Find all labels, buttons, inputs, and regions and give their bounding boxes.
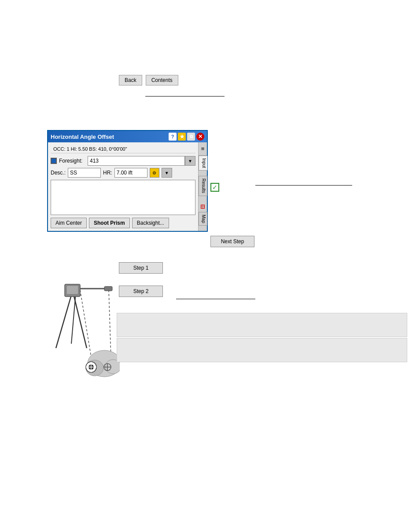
top-navigation: Back Contents (119, 75, 178, 85)
tab-map[interactable]: Map (199, 212, 207, 226)
side-top-icon[interactable]: ≡ (199, 142, 207, 156)
foresight-row: Foresight: ▼ (51, 156, 195, 166)
help-icon[interactable]: ? (169, 133, 177, 141)
next-step-button[interactable]: Next Step (210, 236, 254, 247)
foresight-input[interactable] (88, 156, 185, 166)
side-underline (255, 185, 352, 186)
horizontal-angle-offset-dialog: Horizontal Angle Offset ? ★ ⧉ ✕ OCC: 1 H… (47, 130, 208, 232)
dialog-title-left: Horizontal Angle Offset (51, 134, 114, 140)
dialog-notes-area[interactable] (51, 180, 195, 215)
aim-center-button[interactable]: Aim Center (51, 218, 87, 228)
svg-line-4 (74, 294, 87, 348)
hr-settings-icon[interactable]: ⚙ (150, 168, 159, 178)
dialog-main-content: OCC: 1 HI: 5.50 BS: 410, 0°00'00" Foresi… (48, 142, 198, 231)
hr-dropdown[interactable]: ▼ (162, 168, 172, 178)
svg-line-3 (56, 295, 71, 348)
survey-instrument-svg (47, 260, 120, 388)
dialog-titlebar: Horizontal Angle Offset ? ★ ⧉ ✕ (48, 131, 207, 142)
tab-input[interactable]: Input (199, 156, 207, 171)
copy-icon[interactable]: ⧉ (187, 133, 195, 141)
content-rows-container (117, 313, 407, 363)
contents-button[interactable]: Contents (146, 75, 178, 85)
shoot-prism-button[interactable]: Shoot Prism (89, 218, 130, 228)
map-icon[interactable] (199, 201, 207, 212)
dialog-title-icons: ? ★ ⧉ ✕ (169, 133, 204, 141)
desc-input[interactable] (68, 168, 101, 178)
svg-line-10 (109, 290, 111, 357)
content-row-2 (117, 338, 407, 362)
close-icon[interactable]: ✕ (196, 133, 204, 141)
instrument-illustration (47, 260, 120, 388)
tab-spacer2 (199, 197, 207, 201)
back-button[interactable]: Back (119, 75, 142, 85)
hr-label: HR: (103, 170, 112, 176)
side-check-icon[interactable]: ✓ (210, 183, 219, 192)
dialog-content-area: OCC: 1 HI: 5.50 BS: 410, 0°00'00" Foresi… (48, 142, 207, 231)
foresight-dropdown[interactable]: ▼ (185, 156, 195, 166)
bottom-underline (176, 299, 255, 299)
step1-button[interactable]: Step 1 (119, 262, 163, 274)
favorite-icon[interactable]: ★ (178, 133, 186, 141)
svg-line-11 (80, 290, 91, 357)
side-tabs: ≡ Input Results Map (198, 142, 207, 231)
dialog-title: Horizontal Angle Offset (51, 134, 114, 140)
svg-rect-9 (104, 286, 112, 291)
dialog-footer-buttons: Aim Center Shoot Prism Backsight... (51, 218, 195, 228)
content-row-1 (117, 313, 407, 337)
tab-spacer1 (199, 171, 207, 176)
foresight-checkbox[interactable] (51, 158, 57, 164)
svg-rect-7 (66, 286, 78, 294)
desc-hr-row: Desc.: HR: ⚙ ▼ (51, 168, 195, 178)
svg-line-5 (71, 293, 76, 344)
desc-label: Desc.: (51, 170, 66, 176)
tab-results[interactable]: Results (199, 176, 207, 196)
dialog-info-line: OCC: 1 HI: 5.50 BS: 410, 0°00'00" (51, 145, 195, 153)
backsight-button[interactable]: Backsight... (132, 218, 169, 228)
hr-input[interactable] (114, 168, 147, 178)
step2-button[interactable]: Step 2 (119, 286, 163, 297)
top-divider (145, 96, 225, 97)
foresight-label: Foresight: (59, 158, 85, 164)
